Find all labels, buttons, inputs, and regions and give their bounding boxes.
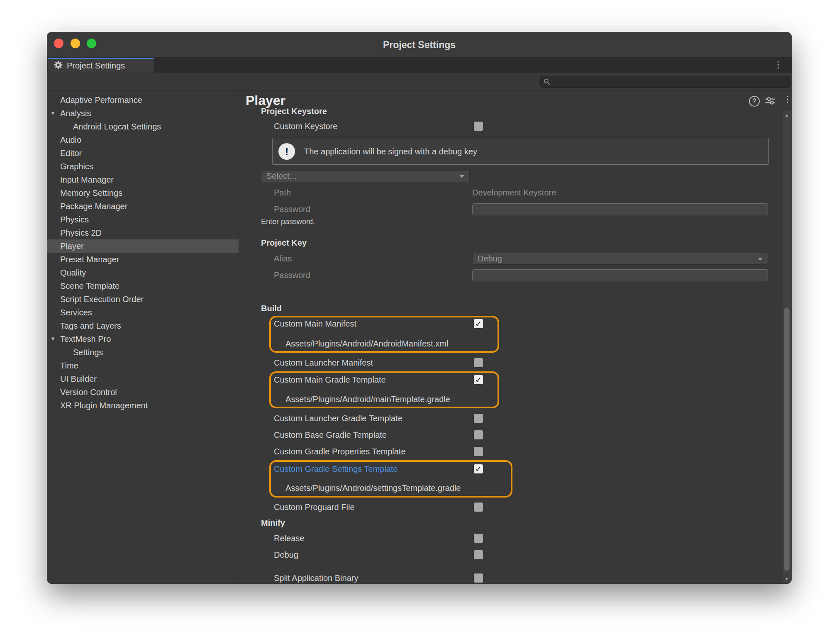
foldout-icon[interactable]: ▼ <box>50 332 56 346</box>
section-header-build: Build <box>261 302 282 315</box>
settings-sidebar: Adaptive Performance ▼Analysis Android L… <box>47 91 239 584</box>
path-value: Development Keystore <box>472 186 556 199</box>
path-label: Path <box>274 186 291 199</box>
foldout-icon[interactable]: ▼ <box>50 107 56 120</box>
sidebar-item-label: Scene Template <box>60 281 120 290</box>
sidebar-item-preset-manager[interactable]: Preset Manager <box>47 253 239 266</box>
sidebar-item-scene-template[interactable]: Scene Template <box>47 279 239 293</box>
setting-row-custom-proguard-file: Custom Proguard File <box>239 500 779 514</box>
sidebar-item-time[interactable]: Time <box>47 359 239 372</box>
tab-project-settings[interactable]: Project Settings <box>48 58 154 73</box>
search-input[interactable] <box>553 77 785 87</box>
info-message: The application will be signed with a de… <box>304 138 477 165</box>
custom-main-manifest-checkbox[interactable] <box>473 319 483 329</box>
sidebar-item-editor[interactable]: Editor <box>47 146 239 160</box>
setting-row-custom-gradle-settings-template: Custom Gradle Settings Template <box>239 462 779 476</box>
custom-launcher-manifest-checkbox[interactable] <box>473 358 483 368</box>
tab-label: Project Settings <box>67 61 125 71</box>
gear-icon <box>54 61 63 71</box>
sidebar-item-graphics[interactable]: Graphics <box>47 160 239 173</box>
alias-label: Alias <box>274 252 292 265</box>
sidebar-item-textmesh-settings[interactable]: Settings <box>47 346 239 359</box>
keystore-password-field <box>472 203 768 215</box>
sidebar-item-physics[interactable]: Physics <box>47 213 239 226</box>
sidebar-item-label: Input Manager <box>60 175 114 184</box>
setting-row-custom-keystore: Custom Keystore <box>239 120 779 133</box>
custom-gradle-settings-template-checkbox[interactable] <box>473 464 483 474</box>
scroll-down-icon[interactable]: ▼ <box>783 575 791 583</box>
window-titlebar: Project Settings <box>47 32 792 58</box>
player-settings-panel: Player ? ⋮ Project Keystore Custom Keyst… <box>239 91 792 584</box>
setting-label: Custom Launcher Manifest <box>274 356 373 369</box>
sidebar-item-label: Graphics <box>60 162 93 171</box>
sidebar-item-xr-plugin-management[interactable]: XR Plugin Management <box>47 399 239 412</box>
sidebar-item-label: UI Builder <box>60 374 97 383</box>
scroll-up-icon[interactable]: ▲ <box>783 111 791 119</box>
custom-launcher-gradle-template-checkbox[interactable] <box>473 413 483 423</box>
scrollbar-thumb[interactable] <box>784 307 790 571</box>
setting-path: Assets/Plugins/Android/settingsTemplate.… <box>285 481 461 495</box>
sidebar-item-label: TextMesh Pro <box>60 334 111 344</box>
custom-main-gradle-template-checkbox[interactable] <box>473 375 483 385</box>
minify-release-checkbox[interactable] <box>473 533 483 543</box>
key-password-field <box>472 269 768 281</box>
sidebar-item-audio[interactable]: Audio <box>47 133 239 146</box>
custom-keystore-checkbox[interactable] <box>473 121 483 131</box>
sidebar-item-analysis[interactable]: ▼Analysis <box>47 107 239 120</box>
toolbar <box>47 73 792 91</box>
sidebar-item-label: Tags and Layers <box>60 321 121 330</box>
sidebar-item-input-manager[interactable]: Input Manager <box>47 173 239 186</box>
sidebar-item-label: Physics 2D <box>60 228 102 237</box>
info-box: ! The application will be signed with a … <box>272 138 769 165</box>
setting-label: Custom Proguard File <box>274 500 355 514</box>
window-title: Project Settings <box>47 32 792 58</box>
sidebar-item-label: Script Execution Order <box>60 295 144 304</box>
custom-gradle-properties-template-checkbox[interactable] <box>473 446 483 456</box>
sidebar-item-version-control[interactable]: Version Control <box>47 385 239 399</box>
sidebar-item-adaptive-performance[interactable]: Adaptive Performance <box>47 93 239 107</box>
sidebar-item-label: Services <box>60 308 92 317</box>
sidebar-item-ui-builder[interactable]: UI Builder <box>47 372 239 385</box>
split-application-binary-checkbox[interactable] <box>473 573 483 583</box>
setting-row-split-application-binary: Split Application Binary <box>239 571 779 584</box>
setting-label: Custom Launcher Gradle Template <box>274 412 402 425</box>
sidebar-item-player[interactable]: Player <box>47 239 239 253</box>
password-label: Password <box>274 202 310 216</box>
sidebar-item-script-execution-order[interactable]: Script Execution Order <box>47 293 239 306</box>
minify-debug-checkbox[interactable] <box>473 550 483 560</box>
sidebar-item-textmesh-pro[interactable]: ▼TextMesh Pro <box>47 332 239 346</box>
tab-strip: Project Settings ⋮ <box>47 58 792 73</box>
sidebar-item-quality[interactable]: Quality <box>47 266 239 279</box>
sidebar-item-package-manager[interactable]: Package Manager <box>47 200 239 213</box>
sidebar-item-memory-settings[interactable]: Memory Settings <box>47 186 239 200</box>
sidebar-item-label: Settings <box>73 348 103 357</box>
custom-base-gradle-template-checkbox[interactable] <box>473 430 483 440</box>
setting-path: Assets/Plugins/Android/AndroidManifest.x… <box>285 337 448 350</box>
dropdown-value: Select... <box>266 171 296 181</box>
setting-label: Release <box>274 532 304 545</box>
password-label: Password <box>274 268 310 282</box>
sidebar-item-label: Adaptive Performance <box>60 95 142 105</box>
tab-strip-menu-icon[interactable]: ⋮ <box>774 58 783 73</box>
panel-menu-icon[interactable]: ⋮ <box>783 94 792 105</box>
info-icon: ! <box>278 143 295 160</box>
keystore-select-dropdown: Select... <box>261 170 470 182</box>
sidebar-item-android-logcat-settings[interactable]: Android Logcat Settings <box>47 120 239 133</box>
sidebar-item-label: Physics <box>60 215 89 224</box>
sidebar-item-tags-and-layers[interactable]: Tags and Layers <box>47 319 239 332</box>
sidebar-item-label: Version Control <box>60 388 117 397</box>
setting-row-custom-main-manifest: Custom Main Manifest <box>239 317 779 330</box>
help-icon[interactable]: ? <box>749 96 760 107</box>
search-field[interactable] <box>540 76 790 88</box>
alias-dropdown: Debug <box>472 253 768 265</box>
setting-label: Custom Base Gradle Template <box>274 428 387 442</box>
setting-row-minify-release: Release <box>239 532 779 545</box>
sidebar-item-physics-2d[interactable]: Physics 2D <box>47 226 239 239</box>
project-settings-window: Project Settings Project Settings ⋮ <box>47 32 792 584</box>
preset-sliders-icon[interactable] <box>765 97 776 107</box>
section-header-project-key: Project Key <box>261 236 307 249</box>
custom-proguard-file-checkbox[interactable] <box>473 502 483 512</box>
scrollbar[interactable]: ▲ ▼ <box>783 111 791 583</box>
setting-row-custom-gradle-properties-template: Custom Gradle Properties Template <box>239 445 779 458</box>
sidebar-item-services[interactable]: Services <box>47 306 239 319</box>
